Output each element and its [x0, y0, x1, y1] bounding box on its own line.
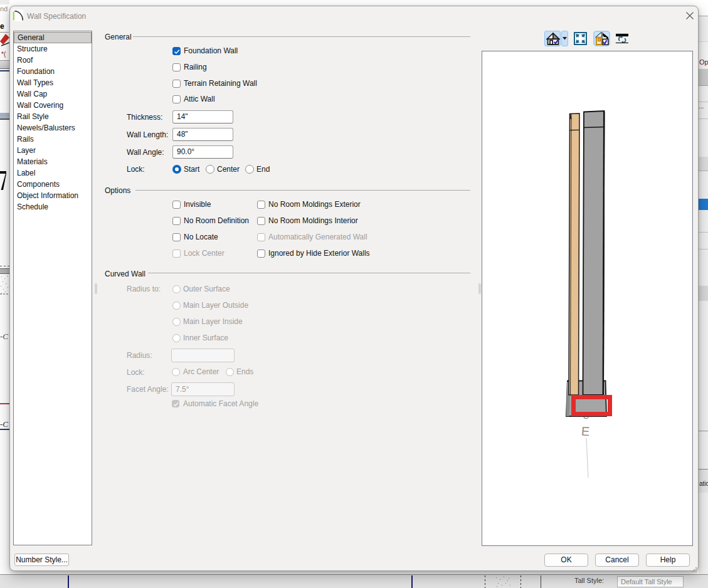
svg-text:E: E — [581, 424, 590, 439]
